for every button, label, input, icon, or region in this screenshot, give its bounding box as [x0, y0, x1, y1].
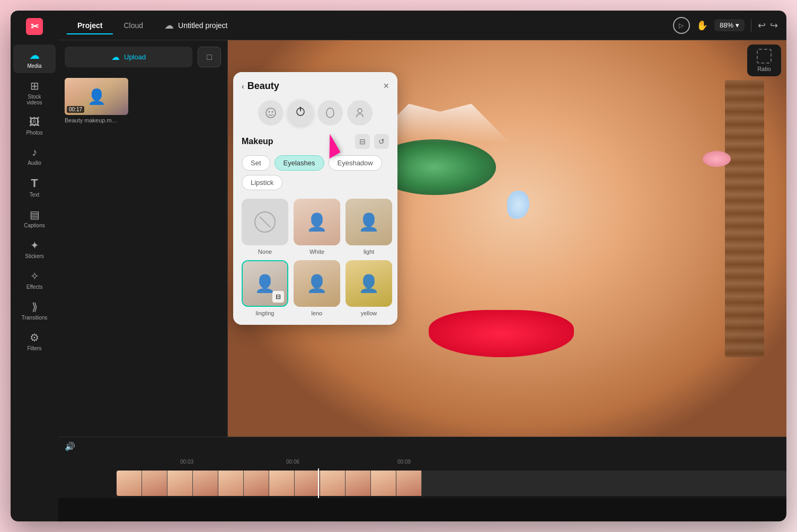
project-title: Untitled project [178, 21, 227, 30]
beauty-close-button[interactable]: × [383, 81, 389, 92]
makeup-thumb-leno: 👤 [294, 260, 340, 307]
play-button[interactable]: ▷ [673, 17, 690, 34]
ratio-control[interactable]: Ratio [747, 45, 781, 76]
cloud-icon: ☁ [164, 20, 174, 31]
tab-cloud[interactable]: Cloud [113, 17, 154, 34]
reset-button[interactable]: ↺ [374, 134, 389, 149]
ratio-label: Ratio [757, 66, 771, 72]
makeup-thumb-lingting: 👤 ⊟ [242, 260, 288, 307]
beauty-header: ‹ Beauty × [242, 81, 389, 92]
clip-thumb-1 [117, 471, 142, 496]
undo-redo-controls: ↩ ↪ [758, 20, 778, 31]
beauty-tabs [242, 100, 389, 126]
track-clips [117, 468, 786, 498]
beauty-tab-makeup[interactable] [288, 100, 313, 126]
clip-thumb-7 [269, 471, 295, 496]
zoom-control[interactable]: 88% ▾ [714, 19, 745, 31]
hand-tool[interactable]: ✋ [696, 20, 708, 31]
makeup-item-white[interactable]: 👤 White [294, 199, 340, 255]
face-thumb-lingting: 👤 ⊟ [243, 261, 287, 306]
svg-point-5 [326, 108, 334, 118]
app-logo: ✂ [24, 16, 45, 37]
divider [751, 19, 751, 32]
timeline-toolbar: 🔊 [58, 437, 786, 456]
logo-icon: ✂ [26, 18, 43, 35]
clip-strip-main[interactable] [117, 471, 786, 496]
tab-project[interactable]: Project [67, 17, 113, 34]
face-thumb-light: 👤 [346, 199, 392, 245]
makeup-item-yellow[interactable]: 👤 yellow [346, 260, 392, 316]
sidebar-item-photos[interactable]: 🖼 Photos [13, 112, 56, 140]
device-button[interactable]: □ [198, 47, 221, 67]
sidebar-label-filters: Filters [27, 345, 41, 351]
ear-decoration [703, 151, 731, 167]
makeup-thumb-none [242, 199, 288, 245]
sidebar-label-effects: Effects [26, 284, 42, 290]
makeup-item-lingting[interactable]: 👤 ⊟ lingting [242, 260, 288, 316]
sidebar-item-text[interactable]: T Text [13, 172, 56, 202]
sidebar-label-photos: Photos [26, 130, 42, 136]
svg-point-6 [358, 109, 362, 113]
makeup-tag-eyelashes[interactable]: Eyelashes [274, 155, 324, 171]
makeup-label-leno: leno [312, 310, 323, 316]
face-thumb-yellow: 👤 [346, 260, 392, 307]
makeup-item-leno[interactable]: 👤 leno [294, 260, 340, 316]
filters-icon: ⚙ [30, 331, 39, 344]
beauty-tab-style[interactable] [347, 100, 373, 126]
edit-icon-overlay: ⊟ [272, 291, 284, 303]
sidebar-item-audio[interactable]: ♪ Audio [13, 142, 56, 170]
makeup-item-none[interactable]: None [242, 199, 288, 255]
media-thumb-name: Beauty makeup.m… [65, 117, 128, 123]
section-header: Makeup ⊟ ↺ [242, 134, 389, 149]
compare-button[interactable]: ⊟ [355, 134, 370, 149]
top-bar-right: ▷ ✋ 88% ▾ ↩ ↪ [673, 17, 778, 34]
beauty-tab-face[interactable] [258, 100, 284, 126]
undo-button[interactable]: ↩ [758, 20, 766, 31]
makeup-tag-lipstick[interactable]: Lipstick [242, 175, 282, 190]
audio-icon: ♪ [32, 146, 37, 158]
tear-drop [507, 191, 529, 218]
section-actions: ⊟ ↺ [355, 134, 389, 149]
sidebar-item-captions[interactable]: ▤ Captions [13, 204, 56, 233]
sidebar-label-text: Text [30, 192, 39, 198]
makeup-label-light: light [364, 249, 374, 255]
beauty-back-button[interactable]: ‹ Beauty [242, 81, 279, 92]
sidebar-item-effects[interactable]: ✧ Effects [13, 265, 56, 294]
timeline-tracks [58, 468, 786, 498]
sidebar-item-filters[interactable]: ⚙ Filters [13, 327, 56, 356]
media-thumbnail[interactable]: 👤 00:17 Beauty makeup.m… [65, 78, 128, 123]
makeup-thumb-yellow: 👤 [346, 260, 392, 307]
sidebar-label-transitions: Transitions [22, 315, 48, 321]
face-thumb-white: 👤 [294, 199, 340, 245]
none-circle [254, 211, 276, 233]
sidebar-item-transitions[interactable]: ⟫ Transitions [13, 296, 56, 325]
photos-icon: 🖼 [29, 116, 40, 128]
makeup-tag-set[interactable]: Set [242, 155, 270, 171]
section-title: Makeup [242, 137, 273, 146]
sidebar-label-stock: Stock videos [20, 94, 49, 105]
sidebar-item-media[interactable]: ☁ Media [13, 45, 56, 73]
top-bar-center: ☁ Untitled project [164, 20, 673, 31]
makeup-item-light[interactable]: 👤 light [346, 199, 392, 255]
media-thumb-image: 👤 00:17 [65, 78, 128, 115]
lips [429, 310, 574, 358]
redo-button[interactable]: ↪ [770, 20, 778, 31]
volume-icon[interactable]: 🔊 [65, 441, 75, 451]
sidebar-item-label: Media [27, 63, 41, 69]
back-arrow-icon: ‹ [242, 82, 244, 91]
time-mark-9: 00:09 [397, 459, 411, 465]
makeup-thumb-white: 👤 [294, 199, 340, 245]
makeup-tag-eyeshadow[interactable]: Eyeshadow [329, 155, 382, 171]
sidebar-item-stickers[interactable]: ✦ Stickers [13, 235, 56, 263]
upload-button[interactable]: ☁ Upload [65, 47, 192, 67]
face-thumb-leno: 👤 [294, 260, 340, 307]
clip-thumb-5 [218, 471, 244, 496]
svg-point-1 [269, 111, 270, 113]
beauty-tab-body[interactable] [317, 100, 343, 126]
sidebar-label-audio: Audio [28, 160, 41, 166]
svg-point-2 [272, 111, 273, 113]
panel-toolbar: ☁ Upload □ [58, 40, 227, 74]
preview-area: Ratio ‹ Beauty × [228, 40, 786, 437]
clip-thumb-9 [320, 471, 346, 496]
sidebar-item-stock-videos[interactable]: ⊞ Stock videos [13, 75, 56, 110]
